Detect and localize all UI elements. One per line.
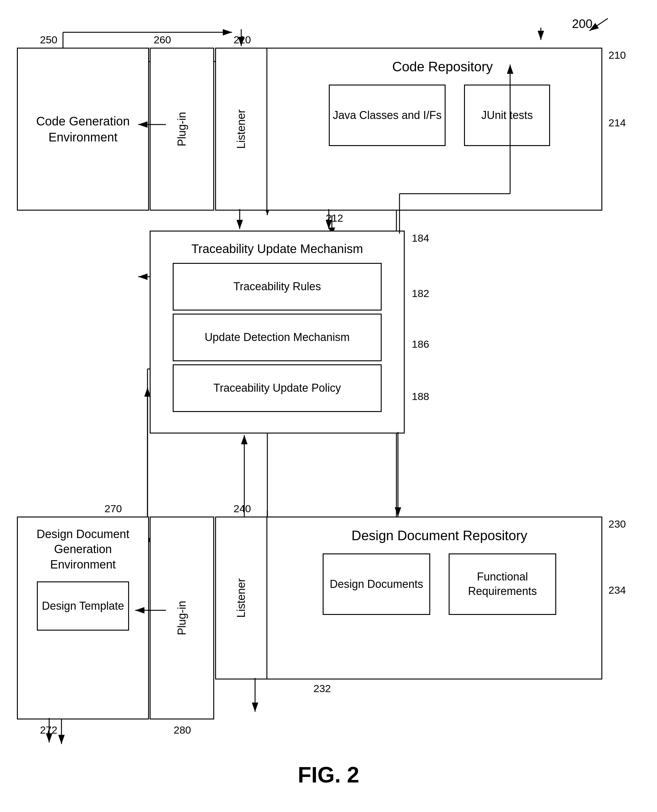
traceability-update-box: Traceability Update Mechanism Traceabili… bbox=[149, 231, 405, 433]
design-docs-label: Design Documents bbox=[330, 577, 423, 592]
diagram: 200 Code Repository Java Classes and I/F… bbox=[0, 0, 657, 812]
traceability-rules-label: Traceability Rules bbox=[234, 279, 321, 294]
design-template-label: Design Template bbox=[42, 599, 124, 613]
listener-top-label: Listener bbox=[234, 109, 249, 149]
plugin-top-label: Plug-in bbox=[175, 112, 189, 147]
ref-234: 234 bbox=[609, 584, 626, 596]
ref-232: 232 bbox=[313, 683, 331, 695]
svg-line-19 bbox=[589, 19, 608, 31]
ref-230: 230 bbox=[609, 518, 626, 530]
ref-280: 280 bbox=[174, 724, 191, 736]
ref-260: 260 bbox=[154, 34, 171, 46]
arrow-listener-to-traceability bbox=[230, 209, 249, 234]
ref-210: 210 bbox=[609, 49, 626, 61]
listener-bottom-box: Listener bbox=[215, 516, 267, 680]
ref-270: 270 bbox=[104, 503, 122, 515]
traceability-update-label: Traceability Update Mechanism bbox=[185, 238, 369, 260]
functional-req-box: Functional Requirements bbox=[448, 553, 556, 615]
plugin-bottom-label: Plug-in bbox=[175, 601, 189, 635]
design-doc-gen-label: Design Document Generation Environment bbox=[18, 524, 148, 575]
design-template-box: Design Template bbox=[37, 581, 129, 631]
ref200-arrow bbox=[583, 16, 614, 34]
design-doc-gen-box: Design Document Generation Environment D… bbox=[17, 516, 149, 720]
functional-req-label: Functional Requirements bbox=[450, 570, 555, 598]
traceability-policy-box: Traceability Update Policy bbox=[173, 364, 381, 412]
ref-214: 214 bbox=[609, 117, 626, 129]
arrow-designgen-to-traceability bbox=[135, 384, 160, 520]
code-gen-env-box: Code Generation Environment bbox=[17, 48, 149, 210]
update-detection-box: Update Detection Mechanism bbox=[173, 313, 381, 361]
ref-188: 188 bbox=[412, 390, 429, 402]
arrow-272 bbox=[40, 718, 58, 749]
design-doc-repo-box: Design Document Repository Design Docume… bbox=[215, 516, 602, 680]
traceability-policy-label: Traceability Update Policy bbox=[213, 381, 341, 395]
arrow-traceability-to-coderepo bbox=[390, 61, 519, 237]
arrow-designrepo-to-traceability bbox=[234, 432, 255, 520]
update-detection-label: Update Detection Mechanism bbox=[205, 330, 350, 344]
listener-top-box: Listener bbox=[215, 48, 267, 210]
traceability-rules-box: Traceability Rules bbox=[173, 263, 381, 310]
arrow-212-to-traceability bbox=[319, 209, 338, 234]
ref-182: 182 bbox=[412, 287, 429, 299]
design-docs-box: Design Documents bbox=[323, 553, 430, 615]
plugin-bottom-box: Plug-in bbox=[149, 516, 214, 720]
arrow-traceability-to-designrepo bbox=[387, 432, 409, 521]
design-doc-repo-label: Design Document Repository bbox=[352, 527, 527, 544]
listener-bottom-label: Listener bbox=[234, 578, 249, 618]
arrow-to-plugin-bottom bbox=[132, 603, 169, 618]
ref-186: 186 bbox=[412, 338, 429, 350]
code-gen-env-label: Code Generation Environment bbox=[18, 107, 148, 151]
arrow-to-plugin-top bbox=[135, 117, 169, 132]
fig-label: FIG. 2 bbox=[0, 762, 657, 787]
arrow-232 bbox=[246, 678, 264, 718]
